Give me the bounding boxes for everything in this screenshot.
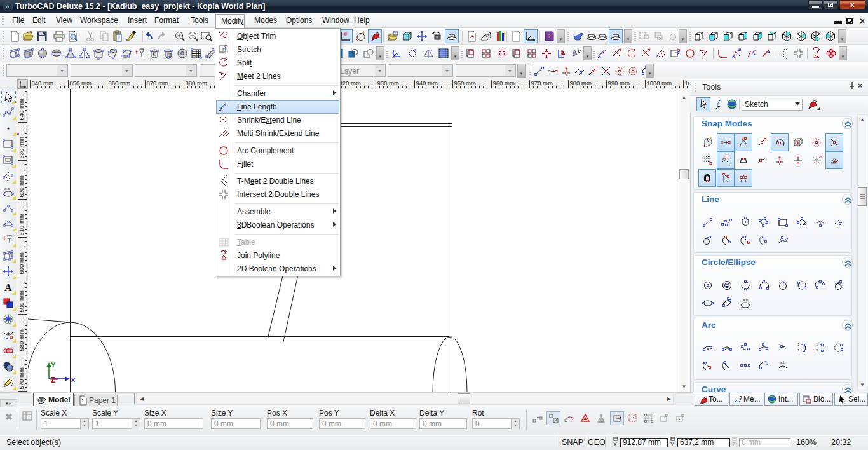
svg-text:Y: Y bbox=[710, 136, 713, 140]
svg-text:580 mm: 580 mm bbox=[18, 329, 25, 351]
svg-text:a:b: a:b bbox=[780, 360, 786, 364]
svg-text:M: M bbox=[820, 154, 822, 158]
svg-text:Z: Z bbox=[51, 376, 55, 385]
svg-text:?: ? bbox=[548, 33, 551, 39]
svg-text:960 mm: 960 mm bbox=[493, 79, 515, 86]
svg-text:Y: Y bbox=[670, 441, 674, 447]
svg-text:950 mm: 950 mm bbox=[454, 79, 476, 86]
svg-text:850 mm: 850 mm bbox=[70, 79, 92, 86]
svg-text:870 mm: 870 mm bbox=[147, 79, 168, 86]
svg-text:630 mm: 630 mm bbox=[18, 137, 25, 158]
svg-text:840 mm: 840 mm bbox=[32, 79, 53, 86]
svg-text:1: 1 bbox=[81, 399, 84, 403]
svg-text:1000 mm: 1000 mm bbox=[647, 79, 672, 86]
svg-text:860 mm: 860 mm bbox=[109, 79, 130, 86]
svg-text:970 mm: 970 mm bbox=[531, 79, 553, 86]
svg-text:1: 1 bbox=[816, 343, 818, 346]
svg-text:590 mm: 590 mm bbox=[18, 290, 25, 312]
svg-text:a:b: a:b bbox=[743, 298, 749, 302]
svg-text:X: X bbox=[613, 441, 617, 447]
svg-text:A: A bbox=[4, 282, 12, 293]
svg-text:610 mm: 610 mm bbox=[18, 214, 25, 235]
svg-text:2: 2 bbox=[816, 348, 818, 352]
svg-text:?: ? bbox=[430, 49, 432, 53]
svg-text:920 mm: 920 mm bbox=[339, 79, 361, 86]
svg-text:880 mm: 880 mm bbox=[186, 79, 207, 86]
svg-text:930 mm: 930 mm bbox=[377, 79, 399, 86]
svg-text:Z: Z bbox=[732, 441, 736, 447]
svg-text::: : bbox=[844, 399, 845, 404]
svg-text:1010 mm: 1010 mm bbox=[685, 79, 690, 86]
svg-text:640 mm: 640 mm bbox=[18, 99, 25, 120]
svg-text:3: 3 bbox=[797, 348, 800, 352]
svg-text:980 mm: 980 mm bbox=[570, 79, 592, 86]
svg-text:620 mm: 620 mm bbox=[18, 175, 25, 197]
svg-text:?: ? bbox=[414, 48, 416, 53]
svg-text:a:b: a:b bbox=[4, 187, 10, 191]
svg-text:990 mm: 990 mm bbox=[608, 79, 630, 86]
svg-text:940 mm: 940 mm bbox=[416, 79, 438, 86]
svg-text:570 mm: 570 mm bbox=[18, 367, 25, 389]
svg-text:Y: Y bbox=[51, 361, 56, 369]
svg-text:?: ? bbox=[739, 395, 742, 401]
svg-text:x: x bbox=[71, 376, 76, 383]
svg-text:600 mm: 600 mm bbox=[18, 252, 25, 274]
svg-text:1: 1 bbox=[797, 343, 800, 346]
